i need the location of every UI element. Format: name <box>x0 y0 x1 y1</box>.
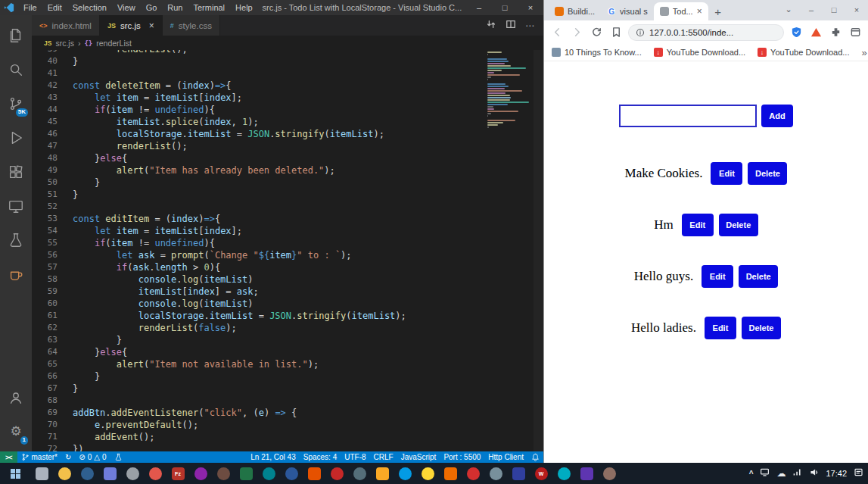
code-line-64[interactable]: 64 }else{ <box>32 346 486 358</box>
editor-tab-index-html[interactable]: <>index.html <box>32 15 100 36</box>
pinned-app-icon-8[interactable] <box>189 463 212 484</box>
code-line-44[interactable]: 44 if(item != undefined){ <box>32 104 486 116</box>
code-line-53[interactable]: 53const editItem = (index)=>{ <box>32 213 486 225</box>
line-number[interactable]: 68 <box>32 395 58 407</box>
code-line-57[interactable]: 57 if(ask.length > 0){ <box>32 261 486 273</box>
line-number[interactable]: 69 <box>32 407 58 419</box>
open-changes-icon[interactable] <box>486 19 496 32</box>
pinned-app-icon-17[interactable] <box>394 463 416 484</box>
code-line-39[interactable]: 39 renderList(); <box>32 50 486 55</box>
browser-close-button[interactable]: × <box>845 0 868 19</box>
code-line-68[interactable]: 68 <box>32 395 486 407</box>
coffee-extension-icon[interactable] <box>0 257 32 291</box>
browser-tab-3[interactable]: Tod...× <box>654 2 708 20</box>
line-number[interactable]: 49 <box>32 164 58 176</box>
pinned-app-icon-19[interactable] <box>439 463 462 484</box>
explorer-icon[interactable] <box>0 18 32 52</box>
status-http-client[interactable]: Http Client <box>484 453 527 461</box>
reload-button[interactable] <box>589 25 604 40</box>
settings-icon[interactable]: ⚙1 <box>0 414 32 448</box>
line-number[interactable]: 40 <box>32 55 58 67</box>
browser-minimize-button[interactable]: – <box>800 0 823 19</box>
code-line-42[interactable]: 42const deleteItem = (index)=>{ <box>32 80 486 92</box>
line-number[interactable]: 59 <box>32 286 58 298</box>
warning-triangle-extension-icon[interactable] <box>808 25 823 40</box>
close-button[interactable]: × <box>518 0 543 15</box>
code-line-55[interactable]: 55 if(item != undefined){ <box>32 237 486 249</box>
line-number[interactable]: 56 <box>32 249 58 261</box>
pinned-app-icon-18[interactable] <box>416 463 439 484</box>
code-line-69[interactable]: 69addBtn.addEventListener("click", (e) =… <box>32 407 486 419</box>
editor-tab-src-js[interactable]: JSsrc.js× <box>100 15 163 36</box>
delete-button[interactable]: Delete <box>748 162 787 185</box>
menu-terminal[interactable]: Terminal <box>188 0 231 15</box>
code-line-70[interactable]: 70 e.preventDefault(); <box>32 419 486 431</box>
code-line-59[interactable]: 59 itemList[index] = ask; <box>32 286 486 298</box>
code-line-65[interactable]: 65 alert("Item not available in list."); <box>32 358 486 370</box>
run-debug-icon[interactable] <box>0 120 32 155</box>
pinned-app-icon-21[interactable] <box>484 463 507 484</box>
pinned-app-icon-3[interactable] <box>76 463 98 484</box>
delete-button[interactable]: Delete <box>719 214 758 236</box>
line-number[interactable]: 44 <box>32 104 58 116</box>
line-number[interactable]: 42 <box>32 80 58 92</box>
line-number[interactable]: 58 <box>32 273 58 286</box>
line-number[interactable]: 53 <box>32 213 58 225</box>
pinned-app-icon-26[interactable] <box>598 463 621 484</box>
code-line-43[interactable]: 43 let item = itemList[index]; <box>32 92 486 104</box>
add-button[interactable]: Add <box>761 105 793 127</box>
pinned-app-icon-11[interactable] <box>257 463 280 484</box>
code-line-72[interactable]: 72}) <box>32 443 486 451</box>
pinned-app-icon-10[interactable] <box>235 463 257 484</box>
pinned-app-icon-23[interactable]: W <box>530 463 552 484</box>
start-button[interactable] <box>0 463 30 484</box>
todo-input[interactable] <box>619 105 757 127</box>
code-line-48[interactable]: 48 }else{ <box>32 152 486 164</box>
code-line-66[interactable]: 66 } <box>32 370 486 383</box>
bookmark-3[interactable]: ↓YouTube Download... <box>758 48 849 57</box>
code-line-56[interactable]: 56 let ask = prompt(`Change "${item}" to… <box>32 249 486 261</box>
line-number[interactable]: 45 <box>32 116 58 128</box>
line-number[interactable]: 70 <box>32 419 58 431</box>
editor-scrollbar[interactable] <box>534 50 543 451</box>
extensions-icon[interactable] <box>0 155 32 189</box>
code-line-49[interactable]: 49 alert("Item has already been deleted.… <box>32 164 486 176</box>
pinned-app-icon-16[interactable] <box>371 463 394 484</box>
line-number[interactable]: 51 <box>32 189 58 201</box>
editor-tab-style-css[interactable]: #style.css <box>163 15 220 36</box>
menu-selection[interactable]: Selection <box>67 0 112 15</box>
pinned-app-icon-15[interactable] <box>348 463 371 484</box>
line-number[interactable]: 46 <box>32 128 58 140</box>
pinned-app-icon-4[interactable] <box>98 463 121 484</box>
pinned-app-icon-2[interactable] <box>53 463 76 484</box>
menu-go[interactable]: Go <box>141 0 163 15</box>
code-line-61[interactable]: 61 localStorage.itemList = JSON.stringif… <box>32 310 486 322</box>
new-tab-button[interactable]: + <box>708 2 728 20</box>
edit-button[interactable]: Edit <box>682 214 714 236</box>
code-line-40[interactable]: 40} <box>32 55 486 67</box>
network-icon[interactable] <box>792 467 802 480</box>
line-number[interactable]: 57 <box>32 261 58 273</box>
line-number[interactable]: 64 <box>32 346 58 358</box>
git-branch-status[interactable]: master* <box>17 453 61 461</box>
status-spaces-4[interactable]: Spaces: 4 <box>300 453 341 461</box>
edit-button[interactable]: Edit <box>711 162 742 185</box>
delete-button[interactable]: Delete <box>742 317 781 339</box>
line-number[interactable]: 72 <box>32 443 58 451</box>
sync-button[interactable]: ↻ <box>61 453 75 461</box>
status-port-5500[interactable]: Port : 5500 <box>440 453 484 461</box>
browser-tab-1[interactable]: Buildi... <box>549 2 601 20</box>
code-line-58[interactable]: 58 console.log(itemList) <box>32 273 486 286</box>
pinned-app-icon-1[interactable] <box>30 463 53 484</box>
line-number[interactable]: 48 <box>32 152 58 164</box>
status-ln-21-col-43[interactable]: Ln 21, Col 43 <box>247 453 300 461</box>
code-line-47[interactable]: 47 renderList(); <box>32 140 486 152</box>
collections-icon[interactable] <box>848 25 863 40</box>
tab-search-chevron-icon[interactable]: ⌄ <box>777 0 800 19</box>
code-line-51[interactable]: 51} <box>32 189 486 201</box>
code-line-60[interactable]: 60 console.log(itemList) <box>32 298 486 310</box>
code-line-71[interactable]: 71 addEvent(); <box>32 431 486 443</box>
line-number[interactable]: 50 <box>32 176 58 189</box>
line-number[interactable]: 41 <box>32 67 58 80</box>
flask-status-icon[interactable] <box>110 453 126 461</box>
